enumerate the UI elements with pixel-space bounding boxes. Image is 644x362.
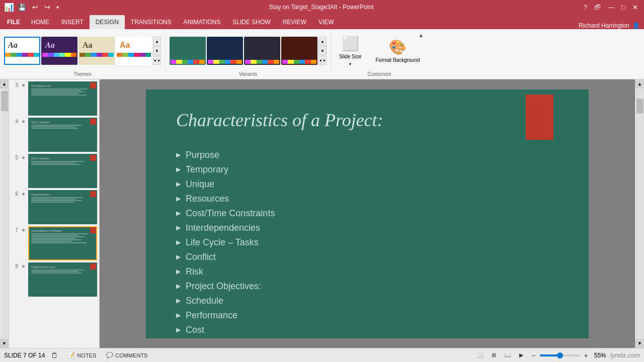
slide-5-title: Topic Constraint: (31, 157, 94, 160)
maximize-button[interactable]: □ (619, 3, 627, 12)
theme-4[interactable]: Aa (116, 37, 152, 65)
bullet-item-objectives[interactable]: ▶ Project Objectives: (176, 281, 275, 292)
normal-view-button[interactable]: ⬜ (474, 351, 486, 359)
tab-design[interactable]: DESIGN (90, 15, 125, 29)
slide-item-5[interactable]: 5 ★ Topic Constraint: (11, 154, 97, 188)
window-title: Stay on Target_Stage3Alt - PowerPoint (61, 4, 582, 11)
theme-2[interactable]: Aa (41, 37, 77, 65)
variant-2[interactable] (207, 37, 243, 65)
slide-main-title[interactable]: Characteristics of a Project: (176, 110, 383, 131)
tab-transitions[interactable]: TRANSITIONS (125, 15, 178, 29)
slide-bullets[interactable]: ▶ Purpose ▶ Temporary ▶ Unique ▶ Resourc… (176, 150, 275, 335)
slide-item-3[interactable]: 3 ★ The Bottom Line: (11, 81, 97, 116)
variant-3[interactable] (244, 37, 280, 65)
variants-scroll-up[interactable]: ▲ (318, 37, 327, 46)
tab-animations[interactable]: ANIMATIONS (177, 15, 226, 29)
themes-scroll-down[interactable]: ▼ (153, 46, 161, 55)
slide-size-dropdown-icon: ▾ (349, 62, 351, 66)
ribbon-collapse-button[interactable]: ▲ (416, 31, 426, 39)
slide-thumb-6[interactable]: Triple Constraint: (28, 190, 97, 224)
slide-thumb-8[interactable]: Project Control Cycle: (28, 262, 97, 297)
slideshow-button[interactable]: ▶ (517, 351, 525, 359)
help-button[interactable]: ? (582, 3, 589, 12)
title-bar: 📊 💾 ↩ ↪ ▾ Stay on Target_Stage3Alt - Pow… (0, 0, 644, 14)
theme-3[interactable]: Aa (78, 37, 115, 65)
slide-thumb-5[interactable]: Topic Constraint: (28, 154, 97, 188)
customize-section: ⬜ Slide Size ▾ 🎨 Format Background Custo… (331, 31, 428, 77)
slide-3-title: The Bottom Line: (31, 84, 94, 87)
reading-view-button[interactable]: 📖 (502, 351, 513, 359)
themes-scroll-more[interactable]: ▼▼ (153, 56, 161, 65)
variants-label: Variants (239, 71, 257, 77)
bullet-item-unique[interactable]: ▶ Unique (176, 179, 275, 190)
format-background-button[interactable]: 🎨 Format Background (371, 37, 424, 65)
slide-item-4[interactable]: 4 ★ Topic Constraint: (11, 118, 97, 152)
close-button[interactable]: ✕ (630, 3, 640, 12)
bullet-text-interdependencies: Interdependencies (186, 223, 260, 233)
zoom-in-button[interactable]: + (582, 350, 590, 360)
restore-button[interactable]: 🗗 (592, 3, 603, 12)
themes-scroll-up[interactable]: ▲ (153, 37, 161, 46)
powerpoint-icon: 📊 (4, 3, 14, 12)
canvas-scroll-down[interactable]: ▼ (635, 339, 645, 348)
bullet-item-schedule[interactable]: ▶ Schedule (176, 296, 275, 306)
slide-sorter-button[interactable]: ⊞ (490, 351, 498, 359)
bullet-item-cost[interactable]: ▶ Cost (176, 325, 275, 335)
themes-section: Aa Aa (0, 31, 166, 77)
redo-button[interactable]: ↪ (42, 2, 52, 12)
slide-star-5: ★ (20, 154, 26, 160)
variants-scroll-down[interactable]: ▼ (318, 46, 327, 55)
customize-label: Customize (368, 71, 391, 77)
bullet-item-interdependencies[interactable]: ▶ Interdependencies (176, 223, 275, 233)
tab-home[interactable]: HOME (25, 15, 55, 29)
bullet-item-resources[interactable]: ▶ Resources (176, 194, 275, 204)
canvas-scroll-up[interactable]: ▲ (635, 79, 645, 88)
notes-button[interactable]: 📝 NOTES (66, 351, 98, 359)
bullet-item-performance[interactable]: ▶ Performance (176, 310, 275, 321)
save-button[interactable]: 💾 (16, 3, 28, 12)
bullet-text-conflict: Conflict (186, 252, 216, 262)
zoom-out-button[interactable]: − (529, 350, 537, 360)
tab-slideshow[interactable]: SLIDE SHOW (226, 15, 276, 29)
variants-scroll[interactable]: ▲ ▼ ▼▼ (318, 37, 327, 65)
tab-insert[interactable]: INSERT (55, 15, 90, 29)
slide-info: SLIDE 7 OF 14 (4, 352, 45, 359)
bullet-item-cost-time[interactable]: ▶ Cost/Time Constraints (176, 208, 275, 219)
window-controls[interactable]: ? 🗗 — □ ✕ (582, 3, 640, 12)
theme-1[interactable]: Aa (4, 37, 40, 65)
bullet-text-cost: Cost (186, 325, 204, 335)
slide-size-button[interactable]: ⬜ Slide Size ▾ (335, 33, 365, 68)
undo-button[interactable]: ↩ (30, 2, 40, 12)
slide-thumb-3[interactable]: The Bottom Line: (28, 81, 97, 116)
bullet-text-purpose: Purpose (186, 150, 219, 160)
themes-scroll[interactable]: ▲ ▼ ▼▼ (153, 37, 161, 65)
comments-button[interactable]: 💬 COMMENTS (104, 351, 149, 359)
variants-scroll-more[interactable]: ▼▼ (318, 56, 327, 65)
bullet-item-conflict[interactable]: ▶ Conflict (176, 252, 275, 262)
more-button[interactable]: ▾ (54, 4, 61, 11)
bullet-item-purpose[interactable]: ▶ Purpose (176, 150, 275, 160)
bullet-item-risk[interactable]: ▶ Risk (176, 266, 275, 277)
bullet-arrow-10: ▶ (176, 283, 181, 290)
user-avatar: 👤 (632, 22, 640, 29)
slide-notes-view-button[interactable]: 🗒 (49, 350, 60, 360)
variant-4[interactable] (281, 37, 317, 65)
zoom-slider[interactable] (540, 354, 580, 356)
canvas-area: Characteristics of a Project: ▶ Purpose … (100, 79, 635, 348)
bullet-item-temporary[interactable]: ▶ Temporary (176, 164, 275, 175)
slide-canvas[interactable]: Characteristics of a Project: ▶ Purpose … (146, 89, 589, 338)
slide-thumb-4[interactable]: Topic Constraint: (28, 118, 97, 152)
slide-panel-scroll-up[interactable]: ▲ (0, 79, 9, 88)
slide-thumb-7[interactable]: Characteristics of a Project: (28, 226, 97, 260)
tab-view[interactable]: VIEW (312, 15, 340, 29)
bullet-item-lifecycle[interactable]: ▶ Life Cycle – Tasks (176, 237, 275, 248)
quick-access-toolbar[interactable]: 📊 💾 ↩ ↪ ▾ (4, 2, 61, 12)
tab-review[interactable]: REVIEW (277, 15, 312, 29)
slide-item-8[interactable]: 8 ★ Project Control Cycle: (11, 262, 97, 297)
slide-item-6[interactable]: 6 ★ Triple Constraint: (11, 190, 97, 224)
slide-item-7[interactable]: 7 ★ Characteristics of a Project: (11, 226, 97, 260)
variant-1[interactable] (170, 37, 206, 65)
slide-panel-scroll-down[interactable]: ▼ (0, 339, 9, 348)
tab-file[interactable]: FILE (2, 15, 25, 29)
minimize-button[interactable]: — (606, 3, 616, 12)
